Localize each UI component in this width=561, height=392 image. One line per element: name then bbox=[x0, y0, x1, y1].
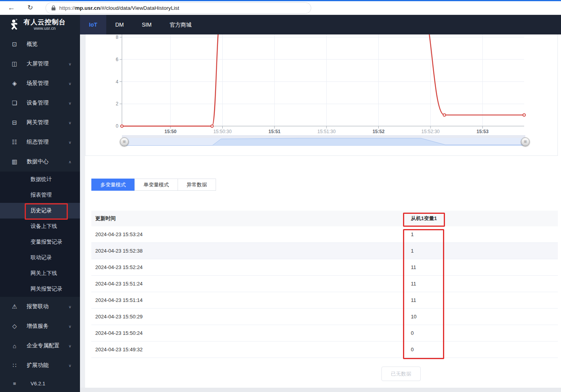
sidebar-item-label: 扩展功能 bbox=[27, 362, 49, 369]
sidebar-item-data-center[interactable]: ▥数据中心∧ bbox=[0, 152, 80, 172]
sidebar-item-extensions[interactable]: ∷扩展功能∨ bbox=[0, 356, 80, 375]
cell-update-time: 2024-04-23 15:50:29 bbox=[91, 309, 407, 325]
sidebar-item-label: 设备管理 bbox=[27, 99, 49, 107]
table-row: 2024-04-23 15:52:381 bbox=[91, 243, 558, 259]
submenu-item-history-records[interactable]: 历史记录 bbox=[0, 203, 80, 219]
tab-multi-variable-mode[interactable]: 多变量模式 bbox=[91, 179, 135, 191]
browser-back-button[interactable]: ← bbox=[5, 2, 18, 13]
table-row: 2024-04-23 15:50:2910 bbox=[91, 309, 558, 325]
cell-value: 11 bbox=[407, 292, 558, 308]
sidebar-item-scene-manage[interactable]: ◈场景管理∨ bbox=[0, 74, 80, 93]
no-more-data-button: 已无数据 bbox=[381, 367, 421, 381]
cell-update-time: 2024-04-23 15:51:14 bbox=[91, 292, 407, 308]
overview-icon: ⊡ bbox=[11, 41, 18, 48]
sidebar-item-gateway-manage[interactable]: ⊟网关管理∨ bbox=[0, 113, 80, 132]
cell-update-time: 2024-04-23 15:52:38 bbox=[91, 243, 407, 259]
scada-icon: ☷ bbox=[11, 139, 18, 146]
topnav-item-iot[interactable]: IoT bbox=[80, 15, 106, 34]
browser-reload-button[interactable]: ↻ bbox=[24, 2, 37, 13]
left-gutter bbox=[80, 34, 85, 388]
chevron-up-icon: ∧ bbox=[69, 160, 71, 164]
sidebar-item-enterprise-config[interactable]: ⌂企业专属配置∨ bbox=[0, 336, 80, 356]
scene-icon: ◈ bbox=[11, 80, 18, 87]
cell-value: 0 bbox=[407, 325, 558, 341]
top-navbar: 有人云控制台 www.usr.cn IoTDMSIM官方商城 bbox=[0, 15, 561, 34]
tab-abnormal-data[interactable]: 异常数据 bbox=[178, 179, 216, 191]
chevron-down-icon: ∨ bbox=[69, 344, 71, 348]
lock-icon bbox=[51, 5, 56, 11]
data-center-icon: ▥ bbox=[11, 158, 18, 165]
chevron-down-icon: ∨ bbox=[69, 324, 71, 329]
extension-icon: ∷ bbox=[11, 362, 18, 369]
cell-update-time: 2024-04-23 15:52:24 bbox=[91, 259, 407, 275]
submenu-item-variable-alarm-records[interactable]: 变量报警记录 bbox=[0, 234, 80, 250]
cell-value: 1 bbox=[407, 243, 558, 259]
sidebar-item-label: 报警联动 bbox=[27, 303, 49, 310]
sidebar-item-label: 大屏管理 bbox=[27, 60, 49, 67]
usr-person-logo-icon bbox=[8, 18, 21, 31]
cell-value: 1 bbox=[407, 226, 558, 242]
chevron-down-icon: ∨ bbox=[69, 140, 71, 145]
submenu-item-linkage-records[interactable]: 联动记录 bbox=[0, 250, 80, 266]
browser-toolbar: ← ↻ https://mp.usr.cn/#/cloud/data/ViewD… bbox=[0, 1, 561, 15]
submenu-item-device-online-offline[interactable]: 设备上下线 bbox=[0, 219, 80, 234]
sidebar-item-alarm-linkage[interactable]: ⚠报警联动∨ bbox=[0, 297, 80, 316]
device-icon: ❏ bbox=[11, 99, 18, 107]
version-label: V6.2.1 bbox=[31, 381, 45, 387]
alarm-icon: ⚠ bbox=[11, 303, 18, 310]
table-row: 2024-04-23 15:49:320 bbox=[91, 341, 558, 358]
version-row: ≡ V6.2.1 bbox=[0, 377, 80, 390]
sidebar-item-label: 组态管理 bbox=[27, 139, 49, 146]
header-update-time: 更新时间 bbox=[91, 211, 407, 226]
table-row: 2024-04-23 15:50:240 bbox=[91, 325, 558, 341]
cell-update-time: 2024-04-23 15:49:32 bbox=[91, 341, 407, 358]
submenu-item-data-statistics[interactable]: 数据统计 bbox=[0, 172, 80, 187]
cell-value: 11 bbox=[407, 259, 558, 275]
chevron-down-icon: ∨ bbox=[69, 81, 71, 86]
sidebar-item-scada-manage[interactable]: ☷组态管理∨ bbox=[0, 132, 80, 152]
cell-update-time: 2024-04-23 15:50:24 bbox=[91, 325, 407, 341]
table-row: 2024-04-23 15:51:2411 bbox=[91, 276, 558, 292]
topnav-item-dm[interactable]: DM bbox=[106, 15, 133, 34]
datazoom-top-strip bbox=[122, 135, 525, 138]
address-bar[interactable]: https://mp.usr.cn/#/cloud/data/ViewDataH… bbox=[45, 2, 311, 14]
datazoom-slider[interactable] bbox=[122, 138, 525, 146]
submenu-item-gateway-online-offline[interactable]: 网关上下线 bbox=[0, 266, 80, 281]
topnav-item-sim[interactable]: SIM bbox=[133, 15, 161, 34]
cell-update-time: 2024-04-23 15:53:24 bbox=[91, 226, 407, 242]
sidebar-item-value-added-services[interactable]: ◇增值服务∨ bbox=[0, 316, 80, 336]
logo[interactable]: 有人云控制台 www.usr.cn bbox=[0, 15, 80, 34]
mode-tabs: 多变量模式单变量模式异常数据 bbox=[91, 179, 216, 191]
cell-value: 0 bbox=[407, 341, 558, 358]
sidebar-item-label: 场景管理 bbox=[27, 80, 49, 87]
topnav-item-official-mall[interactable]: 官方商城 bbox=[161, 15, 201, 34]
value-added-icon: ◇ bbox=[11, 323, 18, 330]
data-center-submenu: 数据统计报表管理历史记录设备上下线变量报警记录联动记录网关上下线网关报警记录 bbox=[0, 172, 80, 297]
enterprise-icon: ⌂ bbox=[11, 343, 18, 349]
cell-update-time: 2024-04-23 15:51:24 bbox=[91, 276, 407, 292]
sidebar-item-label: 企业专属配置 bbox=[27, 342, 60, 349]
version-list-icon: ≡ bbox=[11, 381, 18, 387]
chevron-down-icon: ∨ bbox=[69, 363, 71, 368]
sidebar-item-overview[interactable]: ⊡概览 bbox=[0, 34, 80, 54]
logo-subtitle: www.usr.cn bbox=[24, 26, 66, 31]
table-row: 2024-04-23 15:53:241 bbox=[91, 226, 558, 243]
sidebar-item-label: 概览 bbox=[27, 41, 38, 48]
tab-single-variable-mode[interactable]: 单变量模式 bbox=[134, 179, 178, 191]
chevron-down-icon: ∨ bbox=[69, 62, 71, 66]
sidebar-item-screen-manage[interactable]: ◫大屏管理∨ bbox=[0, 54, 80, 74]
chevron-down-icon: ∨ bbox=[69, 121, 71, 125]
big-screen-icon: ◫ bbox=[11, 60, 18, 67]
url-text: https://mp.usr.cn/#/cloud/data/ViewDataH… bbox=[59, 5, 179, 11]
submenu-item-report-manage[interactable]: 报表管理 bbox=[0, 187, 80, 203]
sidebar-item-device-manage[interactable]: ❏设备管理∨ bbox=[0, 93, 80, 113]
chevron-down-icon: ∨ bbox=[69, 101, 71, 105]
table-header-row: 更新时间 从机1变量1 bbox=[91, 211, 558, 226]
datazoom-left-handle[interactable]: ≡ bbox=[120, 137, 129, 146]
submenu-item-gateway-alarm-records[interactable]: 网关报警记录 bbox=[0, 281, 80, 297]
sidebar-item-label: 数据中心 bbox=[27, 158, 49, 165]
topnav-items: IoTDMSIM官方商城 bbox=[80, 15, 201, 34]
logo-title: 有人云控制台 bbox=[24, 18, 66, 26]
cell-value: 11 bbox=[407, 276, 558, 292]
datazoom-right-handle[interactable]: ≡ bbox=[521, 137, 530, 146]
